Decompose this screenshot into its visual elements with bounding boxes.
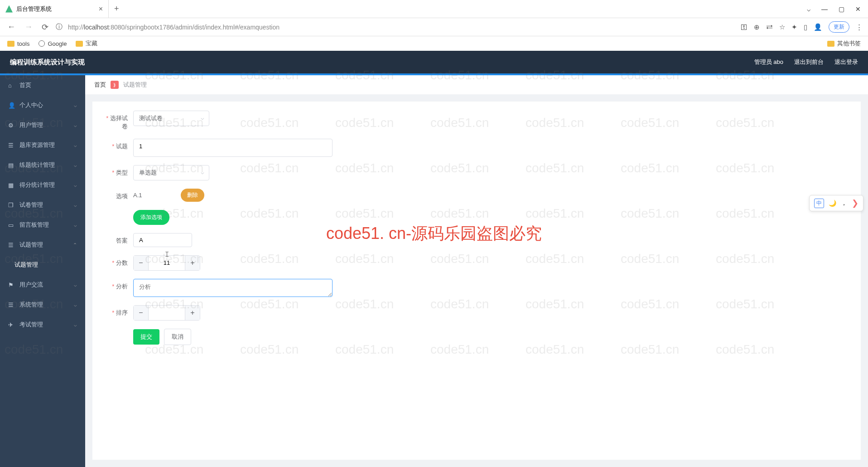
bookmark-other[interactable]: 其他书签 [827, 39, 861, 48]
select-type[interactable]: 单选题 [133, 165, 209, 180]
chevron-right-icon[interactable]: ❯ [852, 198, 858, 208]
select-paper[interactable]: 测试试卷 [133, 111, 209, 126]
folder-icon [827, 41, 834, 47]
sort-plus[interactable]: + [185, 306, 200, 320]
submit-button[interactable]: 提交 [133, 329, 159, 345]
add-option-button[interactable]: 添加选项 [133, 210, 169, 225]
question-input[interactable]: 1 [133, 139, 333, 157]
folder-icon [76, 41, 83, 47]
sidebar-subitem-questions[interactable]: 试题管理 [0, 255, 85, 275]
browser-tab-bar: 后台管理系统 × + ⌵ — ▢ ✕ [0, 0, 868, 18]
app-header: 编程训练系统设计与实现 管理员 abo 退出到前台 退出登录 [0, 51, 868, 73]
share-icon[interactable]: ⮂ [766, 23, 773, 31]
panel-icon[interactable]: ▯ [804, 23, 807, 31]
window-controls: ⌵ — ▢ ✕ [807, 5, 868, 13]
breadcrumb: 首页 ⟫ 试题管理 [85, 75, 868, 94]
puzzle-icon[interactable]: ✦ [791, 23, 797, 31]
sidebar-item-exam[interactable]: ✈考试管理⌵ [0, 315, 85, 335]
score-value: 11 [148, 256, 185, 270]
forward-button[interactable]: → [23, 22, 34, 32]
list-icon: ☰ [8, 242, 15, 248]
zoom-icon[interactable]: ⊕ [754, 23, 760, 31]
sidebar-item-question-bank[interactable]: ☰题库资源管理⌵ [0, 135, 85, 155]
sidebar-item-score-stats[interactable]: ▦得分统计管理⌵ [0, 175, 85, 195]
label-analysis: 分析 [101, 279, 133, 291]
ime-cn-icon[interactable]: 中 [814, 199, 824, 208]
doc-icon: ▤ [8, 162, 15, 169]
score-plus[interactable]: + [185, 256, 200, 270]
app-title: 编程训练系统设计与实现 [10, 58, 85, 67]
answer-input[interactable] [133, 233, 192, 247]
site-info-icon[interactable]: ⓘ [56, 23, 63, 31]
chevron-down-icon: ⌵ [74, 182, 77, 188]
content: 首页 ⟫ 试题管理 选择试卷 测试试卷 试题 1 类型 单选题 选项 [85, 75, 868, 467]
bookmark-treasure[interactable]: 宝藏 [76, 39, 97, 48]
update-button[interactable]: 更新 [829, 21, 849, 33]
vue-icon [5, 5, 13, 13]
sidebar-item-users[interactable]: ⚙用户管理⌵ [0, 115, 85, 135]
option-value: A.1 [133, 192, 176, 199]
ime-toolbar[interactable]: 中 🌙 ， ❯ [809, 195, 863, 211]
bookmark-google[interactable]: Google [39, 40, 67, 47]
chevron-down-icon: ⌵ [74, 322, 77, 328]
sidebar-item-messages[interactable]: ▭留言板管理⌵ [0, 215, 85, 235]
back-button[interactable]: ← [5, 22, 17, 32]
chevron-down-icon: ⌵ [74, 222, 77, 228]
chevron-down-icon: ⌵ [74, 162, 77, 168]
label-sort: 排序 [101, 305, 133, 317]
sort-value [148, 306, 185, 320]
close-icon[interactable]: × [99, 5, 103, 13]
label-type: 类型 [101, 165, 133, 177]
label-question: 试题 [101, 139, 133, 151]
label-score: 分数 [101, 255, 133, 267]
score-input[interactable]: − 11 + [133, 255, 200, 271]
star-icon[interactable]: ☆ [779, 23, 785, 31]
ime-comma[interactable]: ， [841, 199, 847, 207]
score-minus[interactable]: − [134, 256, 148, 270]
browser-tab[interactable]: 后台管理系统 × [0, 0, 109, 18]
cancel-button[interactable]: 取消 [164, 329, 191, 345]
reload-button[interactable]: ⟳ [40, 22, 50, 32]
maximize-icon[interactable]: ▢ [839, 5, 844, 13]
admin-label[interactable]: 管理员 abo [754, 58, 783, 66]
menu-icon[interactable]: ⋮ [856, 23, 863, 31]
bookmark-tools[interactable]: tools [7, 40, 29, 47]
breadcrumb-sep-icon: ⟫ [111, 81, 119, 89]
sidebar-item-home[interactable]: ⌂首页 [0, 75, 85, 95]
message-icon: ▭ [8, 222, 15, 229]
sidebar-item-papers[interactable]: ❐试卷管理⌵ [0, 195, 85, 215]
sidebar: ⌂首页 👤个人中心⌵ ⚙用户管理⌵ ☰题库资源管理⌵ ▤练题统计管理⌵ ▦得分统… [0, 75, 85, 467]
moon-icon[interactable]: 🌙 [829, 199, 836, 207]
sidebar-item-questions[interactable]: ☰试题管理⌃ [0, 235, 85, 255]
chart-icon: ▦ [8, 182, 15, 189]
breadcrumb-home[interactable]: 首页 [94, 81, 106, 89]
sidebar-item-system[interactable]: ☰系统管理⌵ [0, 295, 85, 315]
url-input[interactable]: http://localhost:8080/springbootx1786/ad… [68, 24, 735, 31]
flag-icon: ⚑ [8, 282, 15, 288]
bookmarks-bar: tools Google 宝藏 其他书签 [0, 36, 868, 51]
sidebar-item-profile[interactable]: 👤个人中心⌵ [0, 95, 85, 115]
sort-minus[interactable]: − [134, 306, 148, 320]
folder-icon [7, 41, 14, 47]
to-front-link[interactable]: 退出到前台 [794, 58, 824, 66]
close-window-icon[interactable]: ✕ [855, 5, 861, 13]
sidebar-item-user-forum[interactable]: ⚑用户交流⌵ [0, 275, 85, 295]
analysis-input[interactable] [133, 279, 333, 297]
label-option: 选项 [101, 189, 133, 200]
chevron-down-icon[interactable]: ⌵ [807, 5, 810, 13]
logout-link[interactable]: 退出登录 [834, 58, 858, 66]
chevron-down-icon: ⌵ [74, 302, 77, 308]
key-icon[interactable]: ⚿ [741, 23, 747, 31]
avatar-icon[interactable]: 👤 [814, 23, 822, 31]
delete-option-button[interactable]: 删除 [181, 189, 204, 202]
sort-input[interactable]: − + [133, 305, 200, 321]
minimize-icon[interactable]: — [821, 5, 828, 13]
copy-icon: ❐ [8, 202, 15, 209]
sidebar-item-practice-stats[interactable]: ▤练题统计管理⌵ [0, 155, 85, 175]
breadcrumb-current: 试题管理 [123, 81, 147, 89]
plane-icon: ✈ [8, 321, 15, 328]
add-tab-button[interactable]: + [109, 4, 125, 14]
user-icon: 👤 [8, 102, 15, 109]
chevron-down-icon: ⌵ [74, 122, 77, 128]
label-select-paper: 选择试卷 [101, 111, 133, 131]
